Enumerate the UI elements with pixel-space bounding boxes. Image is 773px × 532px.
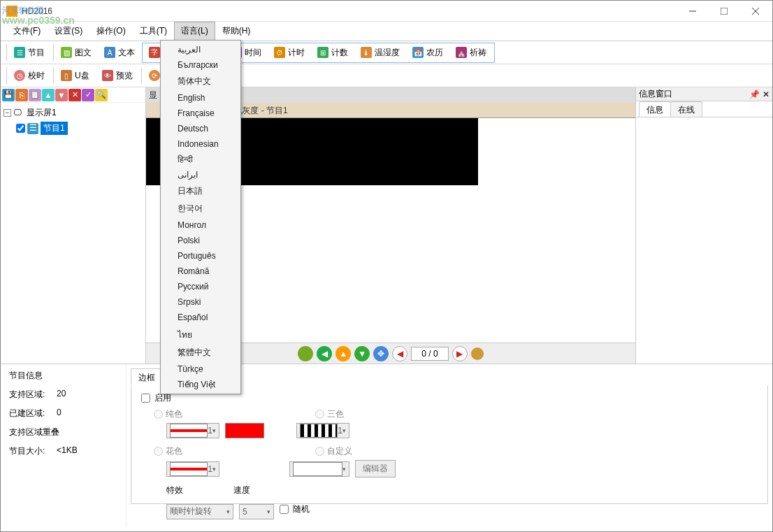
title-bar: HD2016 <box>1 1 772 22</box>
tab-border[interactable]: 边框 <box>131 368 163 385</box>
lang-item-19[interactable]: 繁體中文 <box>162 344 239 361</box>
lang-item-12[interactable]: Polski <box>162 233 239 248</box>
lang-item-10[interactable]: 한국어 <box>162 200 239 217</box>
custom-combo[interactable]: ▾ <box>289 461 349 477</box>
play-left-button[interactable]: ◀ <box>317 346 332 361</box>
lang-item-0[interactable]: العربية <box>162 42 239 57</box>
close-panel-icon[interactable]: ✕ <box>763 89 770 99</box>
btn-sync[interactable]: ◷校时 <box>8 67 50 85</box>
canvas-label: 显 <box>149 89 157 101</box>
btn-udisk[interactable]: ▯U盘 <box>55 67 95 85</box>
lang-item-17[interactable]: Español <box>162 310 239 325</box>
record-icon[interactable] <box>298 346 313 361</box>
next-button[interactable]: ▶ <box>452 346 468 361</box>
paste-icon[interactable]: 📋 <box>29 89 41 101</box>
menu-bar: 文件(F) 设置(S) 操作(O) 工具(T) 语言(L) 帮助(H) <box>1 22 772 41</box>
frame-counter: 0 / 0 <box>411 347 448 361</box>
btn-preview[interactable]: 👁预览 <box>96 67 138 85</box>
btn-image[interactable]: ▧图文 <box>55 44 97 62</box>
collapse-icon[interactable]: − <box>3 109 11 117</box>
pattern-label: 花色 <box>166 445 182 457</box>
speed-combo[interactable]: 5▾ <box>239 504 274 519</box>
up-icon[interactable]: ▲ <box>42 89 55 101</box>
play-down-button[interactable]: ▼ <box>354 346 370 361</box>
menu-help[interactable]: 帮助(H) <box>215 22 258 41</box>
tri-combo[interactable]: 1▾ <box>296 423 349 438</box>
built-region-label: 已建区域: <box>9 408 57 419</box>
effect-combo[interactable]: 顺时针旋转▾ <box>166 504 233 519</box>
lang-item-8[interactable]: ایرانی <box>162 167 239 182</box>
btn-pray[interactable]: ⛪祈祷 <box>450 44 492 62</box>
btn-count[interactable]: ⊞计数 <box>312 44 354 62</box>
lang-item-4[interactable]: Française <box>162 106 239 121</box>
btn-program[interactable]: ☰节目 <box>8 44 50 62</box>
menu-file[interactable]: 文件(F) <box>6 22 48 41</box>
radio-pattern[interactable] <box>154 447 163 456</box>
lang-item-2[interactable]: 简体中文 <box>162 73 239 90</box>
pin-icon[interactable]: 📌 <box>749 89 760 99</box>
enable-checkbox[interactable] <box>141 394 150 403</box>
minimize-button[interactable] <box>677 1 708 21</box>
lang-item-3[interactable]: English <box>162 90 239 106</box>
close-button[interactable] <box>739 1 771 21</box>
language-menu: العربيةБългарски简体中文EnglishFrançaiseDeut… <box>160 40 241 394</box>
btn-lunar[interactable]: 📅农历 <box>407 44 449 62</box>
menu-tools[interactable]: 工具(T) <box>133 22 174 41</box>
tab-online[interactable]: 在线 <box>670 101 702 117</box>
tree-child-label: 节目1 <box>41 122 68 135</box>
save-icon[interactable]: 💾 <box>2 89 15 101</box>
lang-item-21[interactable]: Tiếng Việt <box>162 377 239 392</box>
btn-timer[interactable]: ⏱计时 <box>268 44 310 62</box>
lang-item-7[interactable]: हिन्दी <box>162 152 239 167</box>
check-icon[interactable]: ✓ <box>82 89 94 101</box>
radio-custom[interactable] <box>315 447 324 456</box>
move-button[interactable]: ✥ <box>373 346 389 361</box>
custom-label: 自定义 <box>327 445 352 457</box>
built-region-value: 0 <box>57 408 62 419</box>
search-icon[interactable]: 🔍 <box>95 89 108 101</box>
app-icon <box>6 6 17 17</box>
btn-text[interactable]: A文本 <box>99 44 140 62</box>
radio-solid[interactable] <box>154 410 163 419</box>
radio-tri[interactable] <box>315 410 324 419</box>
color-picker[interactable] <box>225 423 264 438</box>
lang-item-6[interactable]: Indonesian <box>162 136 239 152</box>
down-icon[interactable]: ▼ <box>55 89 68 101</box>
tab-info[interactable]: 信息 <box>639 101 671 117</box>
pattern-combo[interactable]: 1▾ <box>166 461 219 477</box>
tree-child[interactable]: ☰ 节目1 <box>16 120 143 136</box>
solid-label: 纯色 <box>166 408 182 420</box>
random-checkbox[interactable] <box>280 505 289 514</box>
lang-item-11[interactable]: Монгол <box>162 217 239 233</box>
lang-item-16[interactable]: Srpski <box>162 294 239 310</box>
menu-operate[interactable]: 操作(O) <box>89 22 132 41</box>
lang-item-9[interactable]: 日本語 <box>162 182 239 200</box>
delete-icon[interactable]: ✕ <box>68 89 81 101</box>
effect-label: 特效 <box>166 484 183 496</box>
lang-item-18[interactable]: ไทย <box>162 325 239 344</box>
btn-temp[interactable]: 🌡温湿度 <box>355 44 405 62</box>
tree-checkbox[interactable] <box>16 124 25 133</box>
lang-item-20[interactable]: Türkçe <box>162 361 239 377</box>
maximize-button[interactable] <box>708 1 739 21</box>
copy-icon[interactable]: ⎘ <box>15 89 28 101</box>
svg-rect-1 <box>721 8 728 15</box>
overlap-label: 支持区域重叠 <box>9 426 59 438</box>
lang-item-5[interactable]: Deutsch <box>162 121 239 136</box>
lang-item-14[interactable]: Română <box>162 264 239 279</box>
info-panel-title: 信息窗口 <box>639 88 672 100</box>
play-up-button[interactable]: ▲ <box>335 346 351 361</box>
solid-combo[interactable]: 1▾ <box>166 423 219 438</box>
lang-item-13[interactable]: Português <box>162 248 239 264</box>
editor-button[interactable]: 编辑器 <box>355 460 396 477</box>
menu-language[interactable]: 语言(L) <box>174 22 215 41</box>
menu-settings[interactable]: 设置(S) <box>48 22 89 41</box>
tree-view: − 🖵 显示屏1 ☰ 节目1 <box>1 103 145 139</box>
loading-icon <box>471 347 484 360</box>
left-panel: 💾 ⎘ 📋 ▲ ▼ ✕ ✓ 🔍 − 🖵 显示屏1 ☰ 节目1 <box>1 87 146 364</box>
lang-item-1[interactable]: Български <box>162 57 239 73</box>
lang-item-15[interactable]: Русский <box>162 279 239 294</box>
prev-button[interactable]: ◀ <box>392 346 407 361</box>
mini-toolbar: 💾 ⎘ 📋 ▲ ▼ ✕ ✓ 🔍 <box>1 87 145 103</box>
tree-root[interactable]: − 🖵 显示屏1 <box>3 106 143 120</box>
